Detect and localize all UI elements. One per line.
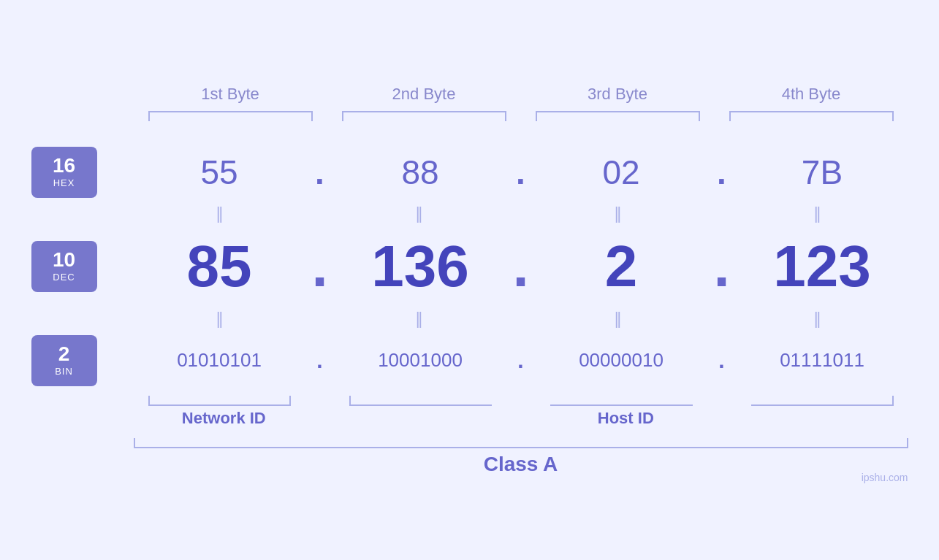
bin-byte1: 01010101 [134,349,305,372]
bin-byte4: 01111011 [737,349,908,372]
dec-byte3: 2 [536,233,707,300]
dec-byte1: 85 [134,233,305,300]
network-id-label: Network ID [134,409,315,428]
byte2-header: 2nd Byte [327,85,521,104]
bin-label-box: 2 BIN [31,335,97,386]
hex-label-box: 16 HEX [31,147,97,198]
hex-dot1: . [305,153,335,192]
eq-dec-bin-1: ‖ [134,307,311,331]
byte1-header: 1st Byte [134,85,327,104]
hex-dot2: . [506,153,536,192]
eq-dec-bin-4: ‖ [731,307,908,331]
dec-dot3: . [707,233,737,300]
bin-byte3: 00000010 [536,349,707,372]
eq-dec-bin-3: ‖ [532,307,710,331]
eq-hex-dec-1: ‖ [134,202,311,226]
watermark: ipshu.com [862,472,908,483]
host-id-label: Host ID [343,409,908,428]
eq-dec-bin-2: ‖ [332,307,510,331]
hex-dot3: . [707,153,737,192]
bin-byte2: 10001000 [335,349,506,372]
hex-base-name: HEX [53,177,75,188]
dec-base-num: 10 [53,250,75,270]
dec-byte4: 123 [737,233,908,300]
eq-hex-dec-2: ‖ [332,202,510,226]
dec-byte2: 136 [335,233,506,300]
hex-byte3: 02 [536,153,707,192]
class-label: Class A [134,453,908,476]
bin-dot3: . [707,348,737,373]
hex-base-num: 16 [53,156,75,176]
bin-base-num: 2 [58,344,70,364]
hex-byte1: 55 [134,153,305,192]
byte4-header: 4th Byte [715,85,908,104]
bin-dot2: . [506,348,536,373]
eq-hex-dec-4: ‖ [731,202,908,226]
hex-byte4: 7B [737,153,908,192]
dec-dot2: . [506,233,536,300]
bin-base-name: BIN [55,366,73,377]
bin-dot1: . [305,348,335,373]
dec-dot1: . [305,233,335,300]
eq-hex-dec-3: ‖ [532,202,710,226]
hex-byte2: 88 [335,153,506,192]
dec-label-box: 10 DEC [31,241,97,292]
byte3-header: 3rd Byte [521,85,715,104]
dec-base-name: DEC [53,272,75,283]
